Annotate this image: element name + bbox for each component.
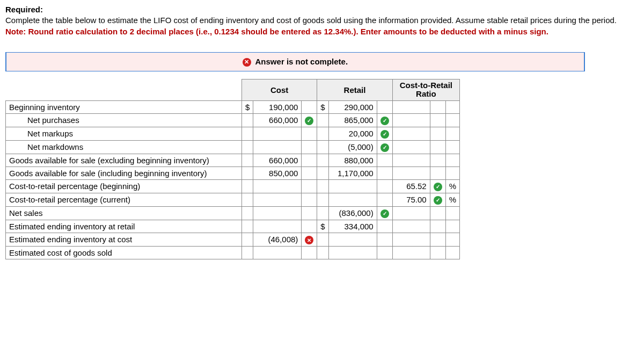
row-beginning-inventory: Beginning inventory $ 190,000 $ 290,000 (6, 100, 460, 113)
row-ctr-beginning: Cost-to-retail percentage (beginning) 65… (6, 179, 460, 193)
banner-text: Answer is not complete. (255, 57, 348, 66)
cost-value[interactable]: 190,000 (253, 100, 302, 113)
header-ratio: Cost-to-Retail Ratio (392, 79, 459, 100)
label: Cost-to-retail percentage (beginning) (6, 179, 242, 193)
cost-value[interactable]: 660,000 (253, 154, 302, 167)
cost-value[interactable]: 660,000 (253, 113, 302, 127)
row-eei-cost: Estimated ending inventory at cost (46,0… (6, 233, 460, 246)
header-cost: Cost (242, 79, 317, 100)
lifo-table: Cost Retail Cost-to-Retail Ratio Beginni… (5, 79, 460, 259)
cost-currency[interactable]: $ (242, 100, 253, 113)
percent-unit: % (445, 179, 459, 193)
check-icon: ✓ (380, 209, 389, 218)
row-net-purchases: Net purchases 660,000 ✓ 865,000 ✓ (6, 113, 460, 127)
label: Cost-to-retail percentage (current) (6, 193, 242, 206)
check-icon: ✓ (305, 117, 313, 125)
row-ecgs: Estimated cost of goods sold (6, 247, 460, 259)
answer-status-banner: ✕ Answer is not complete. (5, 52, 585, 71)
label: Goods available for sale (excluding begi… (6, 154, 242, 167)
check-icon: ✓ (434, 196, 442, 205)
check-icon: ✓ (434, 183, 442, 191)
instructions-block: Required: Complete the table below to es… (5, 4, 639, 37)
cost-value[interactable]: (46,008) (253, 233, 302, 246)
label: Estimated ending inventory at retail (6, 220, 242, 233)
label: Net purchases (6, 113, 242, 127)
row-net-markdowns: Net markdowns (5,000) ✓ (6, 140, 460, 154)
row-gafs-including: Goods available for sale (including begi… (6, 167, 460, 179)
header-retail: Retail (317, 79, 392, 100)
check-icon: ✓ (380, 143, 389, 152)
check-icon: ✓ (380, 117, 389, 125)
label: Estimated ending inventory at cost (6, 233, 242, 246)
check-icon: ✓ (380, 130, 389, 139)
row-eei-retail: Estimated ending inventory at retail $ 3… (6, 220, 460, 233)
label: Beginning inventory (6, 100, 242, 113)
row-net-markups: Net markups 20,000 ✓ (6, 127, 460, 140)
cross-icon: ✕ (305, 236, 313, 244)
instruction-text: Complete the table below to estimate the… (5, 16, 617, 25)
retail-value[interactable]: (5,000) (328, 140, 377, 154)
retail-value[interactable]: 334,000 (328, 220, 377, 233)
retail-value[interactable]: 865,000 (328, 113, 377, 127)
retail-value[interactable]: 290,000 (328, 100, 377, 113)
cost-value[interactable]: 850,000 (253, 167, 302, 179)
label: Net sales (6, 206, 242, 220)
row-gafs-excluding: Goods available for sale (excluding begi… (6, 154, 460, 167)
retail-value[interactable]: 880,000 (328, 154, 377, 167)
label: Net markups (6, 127, 242, 140)
instruction-note: Note: Round ratio calculation to 2 decim… (5, 27, 548, 36)
ratio-value[interactable]: 65.52 (392, 179, 430, 193)
label: Goods available for sale (including begi… (6, 167, 242, 179)
row-net-sales: Net sales (836,000) ✓ (6, 206, 460, 220)
retail-value[interactable]: 1,170,000 (328, 167, 377, 179)
row-ctr-current: Cost-to-retail percentage (current) 75.0… (6, 193, 460, 206)
retail-currency[interactable]: $ (317, 100, 328, 113)
cross-icon: ✕ (243, 58, 251, 67)
header-row: Cost Retail Cost-to-Retail Ratio (6, 79, 460, 100)
retail-currency[interactable]: $ (317, 220, 328, 233)
required-label: Required: (5, 5, 43, 14)
retail-value[interactable]: (836,000) (328, 206, 377, 220)
label: Net markdowns (6, 140, 242, 154)
ratio-value[interactable]: 75.00 (392, 193, 430, 206)
percent-unit: % (445, 193, 459, 206)
retail-value[interactable]: 20,000 (328, 127, 377, 140)
label: Estimated cost of goods sold (6, 247, 242, 259)
